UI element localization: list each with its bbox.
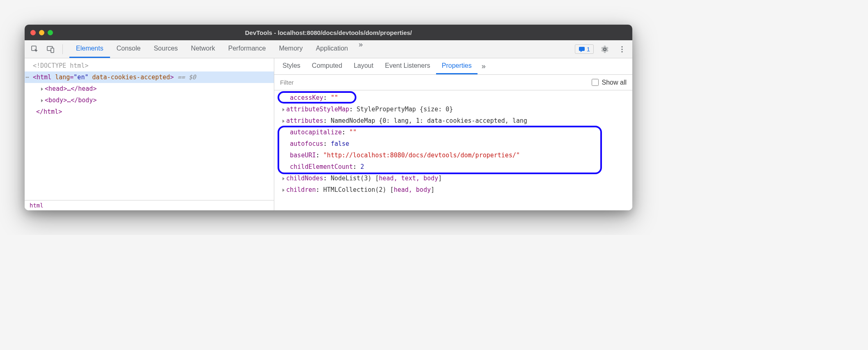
prop-row[interactable]: autocapitalize: "" — [278, 127, 629, 138]
window-title: DevTools - localhost:8080/docs/devtools/… — [25, 29, 632, 36]
device-toggle-icon[interactable] — [44, 43, 57, 55]
tab-network[interactable]: Network — [184, 40, 222, 58]
main-tabs: Elements Console Sources Network Perform… — [69, 40, 367, 58]
divider — [62, 44, 63, 54]
devtools-window: DevTools - localhost:8080/docs/devtools/… — [25, 25, 632, 210]
titlebar: DevTools - localhost:8080/docs/devtools/… — [25, 25, 632, 40]
show-all-toggle[interactable]: Show all — [592, 79, 627, 86]
tab-memory[interactable]: Memory — [272, 40, 309, 58]
elements-pane: <!DOCTYPE html> <html lang="en" data-coo… — [25, 58, 274, 210]
svg-point-5 — [621, 48, 622, 50]
breadcrumb[interactable]: html — [25, 200, 274, 210]
more-subtabs-icon[interactable]: » — [478, 62, 490, 71]
prop-row[interactable]: baseURI: "http://localhost:8080/docs/dev… — [278, 150, 629, 161]
dom-html-close[interactable]: </html> — [25, 106, 274, 117]
subtab-computed[interactable]: Computed — [306, 58, 348, 74]
close-icon[interactable] — [30, 30, 36, 35]
issues-badge[interactable]: 1 — [575, 44, 594, 54]
filter-input[interactable] — [280, 79, 592, 86]
inspect-icon[interactable] — [29, 43, 41, 55]
prop-row[interactable]: autofocus: false — [278, 138, 629, 150]
gear-icon[interactable] — [599, 43, 611, 55]
svg-point-6 — [621, 51, 622, 52]
maximize-icon[interactable] — [48, 30, 53, 35]
dom-tree[interactable]: <!DOCTYPE html> <html lang="en" data-coo… — [25, 58, 274, 200]
sidebar-pane: Styles Computed Layout Event Listeners P… — [274, 58, 632, 210]
dom-head[interactable]: <head>…</head> — [25, 83, 274, 94]
tab-console[interactable]: Console — [110, 40, 147, 58]
dom-doctype[interactable]: <!DOCTYPE html> — [25, 60, 274, 71]
properties-list[interactable]: accessKey: "" attributeStyleMap: StylePr… — [274, 90, 632, 210]
subtab-properties[interactable]: Properties — [436, 58, 478, 74]
prop-row[interactable]: attributes: NamedNodeMap {0: lang, 1: da… — [278, 115, 629, 127]
content-area: <!DOCTYPE html> <html lang="en" data-coo… — [25, 58, 632, 210]
show-all-checkbox[interactable] — [592, 79, 599, 86]
minimize-icon[interactable] — [39, 30, 44, 35]
svg-rect-2 — [51, 48, 54, 53]
prop-row[interactable]: attributeStyleMap: StylePropertyMap {siz… — [278, 104, 629, 115]
sidebar-tabs: Styles Computed Layout Event Listeners P… — [274, 58, 632, 75]
svg-rect-3 — [579, 47, 585, 51]
tab-elements[interactable]: Elements — [69, 40, 110, 58]
prop-row[interactable]: accessKey: "" — [278, 92, 629, 104]
traffic-lights — [30, 30, 53, 35]
issues-count: 1 — [587, 46, 590, 53]
prop-row[interactable]: children: HTMLCollection(2) [head, body] — [278, 184, 629, 196]
show-all-label: Show all — [602, 79, 627, 86]
svg-point-4 — [621, 46, 622, 47]
more-tabs-icon[interactable]: » — [354, 40, 367, 58]
prop-row[interactable]: childElementCount: 2 — [278, 161, 629, 173]
tab-application[interactable]: Application — [309, 40, 354, 58]
subtab-styles[interactable]: Styles — [277, 58, 306, 74]
main-toolbar: Elements Console Sources Network Perform… — [25, 40, 632, 58]
tab-sources[interactable]: Sources — [147, 40, 184, 58]
prop-row[interactable]: childNodes: NodeList(3) [head, text, bod… — [278, 173, 629, 184]
filter-row: Show all — [274, 75, 632, 90]
kebab-icon[interactable] — [616, 43, 628, 55]
tab-performance[interactable]: Performance — [222, 40, 273, 58]
subtab-layout[interactable]: Layout — [348, 58, 379, 74]
dom-body[interactable]: <body>…</body> — [25, 94, 274, 106]
subtab-event-listeners[interactable]: Event Listeners — [379, 58, 436, 74]
dom-html-open[interactable]: <html lang="en" data-cookies-accepted> =… — [25, 71, 274, 83]
